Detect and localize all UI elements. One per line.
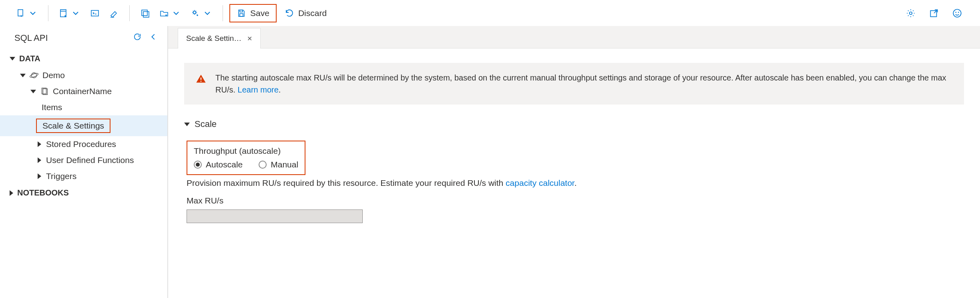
section-data[interactable]: DATA <box>0 50 167 67</box>
throughput-label: Throughput (autoscale) <box>194 146 298 156</box>
max-ru-input[interactable] <box>187 209 363 223</box>
learn-more-link[interactable]: Learn more <box>238 85 279 94</box>
radio-icon <box>259 161 267 169</box>
callout-text-a: The starting autoscale max RU/s will be … <box>215 73 946 94</box>
info-callout: The starting autoscale max RU/s will be … <box>184 63 964 105</box>
svg-point-11 <box>910 12 912 14</box>
external-icon <box>929 8 939 18</box>
refresh-button[interactable] <box>133 32 142 44</box>
svg-point-15 <box>956 12 956 12</box>
refresh-icon <box>133 32 142 41</box>
svg-point-16 <box>958 12 959 12</box>
new-folder-dropdown[interactable] <box>155 4 185 22</box>
settings-gear-button[interactable] <box>900 8 922 18</box>
tab-scale-settings[interactable]: Scale & Settin… ✕ <box>178 28 261 48</box>
section-data-label: DATA <box>19 54 40 63</box>
caret-down-icon <box>10 57 15 60</box>
help-text-a: Provision maximum RU/s required by this … <box>187 178 506 187</box>
sidebar: SQL API DATA Demo ContainerNam <box>0 26 168 298</box>
warning-icon <box>195 73 207 96</box>
chevron-left-icon <box>149 32 158 41</box>
callout-text: The starting autoscale max RU/s will be … <box>215 72 953 96</box>
svg-rect-0 <box>18 10 23 16</box>
caret-right-icon <box>10 190 13 196</box>
caret-right-icon <box>38 157 41 163</box>
throughput-field: Throughput (autoscale) Autoscale Manual <box>187 141 305 175</box>
tree-sprocs[interactable]: Stored Procedures <box>0 136 167 152</box>
content: Scale & Settin… ✕ The starting autoscale… <box>168 26 980 298</box>
save-label: Save <box>250 8 269 18</box>
svg-rect-6 <box>142 10 147 16</box>
smiley-icon <box>952 8 962 18</box>
feedback-button[interactable] <box>946 8 968 18</box>
svg-rect-7 <box>143 12 149 17</box>
discard-label: Discard <box>298 8 327 18</box>
clear-button[interactable] <box>105 4 123 22</box>
tree-items[interactable]: Items <box>0 99 167 115</box>
tree-container[interactable]: ContainerName <box>0 83 167 99</box>
callout-text-b: . <box>279 85 281 94</box>
svg-rect-21 <box>201 78 201 80</box>
scale-section-title: Scale <box>195 119 217 129</box>
caret-down-icon <box>30 90 36 93</box>
toolbar-separator <box>223 5 223 21</box>
new-item-dropdown[interactable] <box>12 4 42 22</box>
settings-new-dropdown[interactable] <box>187 4 216 22</box>
toolbar-separator <box>48 5 48 21</box>
tree-triggers-label: Triggers <box>46 171 76 181</box>
radio-manual-label: Manual <box>271 160 298 169</box>
max-ru-label: Max RU/s <box>187 196 964 205</box>
content-body: The starting autoscale max RU/s will be … <box>168 48 980 298</box>
tree-database-label: Demo <box>42 70 65 80</box>
help-text-b: . <box>574 178 577 187</box>
svg-rect-3 <box>91 10 98 16</box>
sidebar-title: SQL API <box>14 33 48 43</box>
new-query-dropdown[interactable] <box>55 4 84 22</box>
svg-point-14 <box>953 9 961 17</box>
gear-icon <box>906 8 916 18</box>
open-external-button[interactable] <box>923 8 945 18</box>
tree-triggers[interactable]: Triggers <box>0 168 167 184</box>
svg-rect-10 <box>240 14 243 16</box>
radio-autoscale-label: Autoscale <box>206 160 243 169</box>
tree-scale-settings-label: Scale & Settings <box>36 119 110 133</box>
capacity-calculator-link[interactable]: capacity calculator <box>506 178 574 187</box>
sidebar-header: SQL API <box>0 26 167 50</box>
tree-udfs[interactable]: User Defined Functions <box>0 152 167 168</box>
caret-right-icon <box>38 141 41 147</box>
open-terminal-button[interactable] <box>86 4 104 22</box>
collapse-sidebar-button[interactable] <box>149 32 158 44</box>
discard-icon <box>285 8 294 18</box>
tree-udfs-label: User Defined Functions <box>46 155 134 165</box>
main: SQL API DATA Demo ContainerNam <box>0 26 980 298</box>
tree-sprocs-label: Stored Procedures <box>46 139 116 149</box>
scale-section-head[interactable]: Scale <box>184 119 964 129</box>
svg-point-8 <box>193 11 196 14</box>
save-button[interactable]: Save <box>229 4 277 22</box>
tree-items-label: Items <box>42 103 62 112</box>
database-icon <box>30 71 38 80</box>
radio-icon <box>194 161 202 169</box>
tree-database[interactable]: Demo <box>0 67 167 83</box>
tree-container-label: ContainerName <box>53 87 112 96</box>
toolbar-separator <box>129 5 130 21</box>
section-notebooks[interactable]: NOTEBOOKS <box>0 184 167 201</box>
svg-point-18 <box>30 72 38 78</box>
toolbar: Save Discard <box>0 0 980 26</box>
svg-rect-22 <box>201 81 201 82</box>
tab-close-button[interactable]: ✕ <box>247 35 252 42</box>
throughput-help: Provision maximum RU/s required by this … <box>187 178 964 188</box>
tree-scale-settings[interactable]: Scale & Settings <box>0 115 167 136</box>
section-notebooks-label: NOTEBOOKS <box>17 188 69 197</box>
discard-button[interactable]: Discard <box>278 8 333 18</box>
scale-button[interactable] <box>136 4 154 22</box>
svg-rect-9 <box>240 10 243 12</box>
container-icon <box>40 87 49 96</box>
radio-manual[interactable]: Manual <box>259 160 298 169</box>
throughput-radios: Autoscale Manual <box>194 160 298 169</box>
tab-label: Scale & Settin… <box>186 34 241 43</box>
tabs: Scale & Settin… ✕ <box>168 26 980 48</box>
save-icon <box>237 8 246 18</box>
caret-down-icon <box>20 74 26 77</box>
radio-autoscale[interactable]: Autoscale <box>194 160 243 169</box>
